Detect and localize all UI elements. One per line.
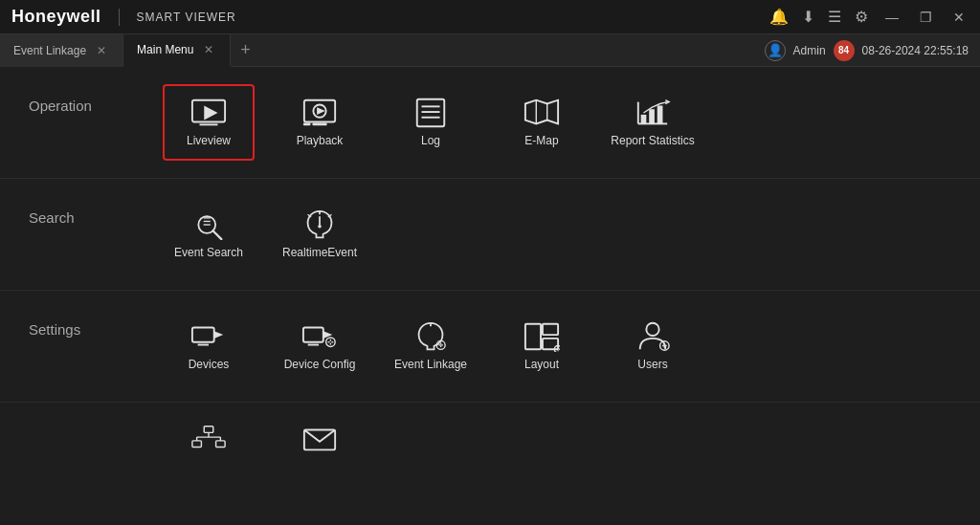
- notification-badge: 84: [834, 40, 855, 61]
- settings-icon[interactable]: ⚙: [855, 8, 868, 26]
- svg-rect-30: [198, 344, 209, 346]
- close-button[interactable]: ✕: [949, 8, 969, 27]
- emap-label: E-Map: [524, 134, 558, 147]
- menu-item-event-search[interactable]: Event Search: [163, 196, 255, 273]
- svg-rect-31: [303, 328, 323, 342]
- maximize-button[interactable]: ❐: [916, 8, 936, 27]
- playback-icon: [301, 98, 338, 128]
- tab-event-linkage-close[interactable]: ✕: [94, 43, 109, 58]
- section-operation-label: Operation: [29, 84, 163, 114]
- svg-point-53: [646, 323, 658, 336]
- svg-rect-16: [649, 109, 655, 123]
- section-settings-extra: [0, 403, 980, 468]
- svg-line-19: [212, 230, 221, 239]
- svg-rect-47: [543, 339, 558, 349]
- download-icon[interactable]: ⬇: [802, 8, 814, 26]
- device-config-icon: [301, 321, 338, 352]
- svg-point-34: [326, 338, 336, 347]
- logo-area: Honeywell SMART VIEWER: [11, 7, 236, 27]
- section-search-label: Search: [29, 196, 163, 226]
- device-config-label: Device Config: [284, 358, 356, 371]
- menu-item-event-linkage[interactable]: Event Linkage: [385, 308, 477, 384]
- event-linkage-icon: [412, 321, 449, 352]
- svg-marker-29: [214, 331, 224, 339]
- menu-item-realtime-event[interactable]: RealtimeEvent: [274, 196, 366, 273]
- menu-icon[interactable]: ☰: [828, 8, 841, 26]
- svg-marker-12: [525, 100, 558, 124]
- event-search-icon: [190, 209, 227, 240]
- svg-rect-61: [216, 441, 226, 448]
- search-items: Event Search RealtimeEvent: [163, 196, 366, 273]
- user-icon: 👤: [765, 40, 786, 61]
- liveview-label: Liveview: [187, 134, 231, 147]
- menu-item-devices[interactable]: Devices: [163, 308, 255, 384]
- logo-divider: [119, 9, 120, 26]
- report-statistics-icon: [635, 98, 671, 128]
- svg-point-25: [318, 225, 322, 229]
- event-search-label: Event Search: [174, 246, 243, 259]
- user-name: Admin: [793, 44, 826, 57]
- titlebar: Honeywell SMART VIEWER 🔔 ⬇ ☰ ⚙ — ❐ ✕: [0, 0, 980, 34]
- svg-marker-5: [317, 107, 325, 115]
- menu-item-device-config[interactable]: Device Config: [274, 308, 366, 384]
- report-statistics-label: Report Statistics: [611, 134, 694, 147]
- logo-text: Honeywell: [11, 7, 101, 27]
- emap-icon: [523, 98, 560, 128]
- users-label: Users: [637, 358, 667, 371]
- userbar: 👤 Admin 84 08-26-2024 22:55:18: [765, 40, 980, 61]
- menu-item-layout[interactable]: Layout: [496, 308, 588, 384]
- devices-label: Devices: [189, 358, 230, 371]
- svg-marker-1: [204, 105, 217, 120]
- settings-items: Devices Device Config: [163, 308, 699, 384]
- network-icon: [190, 424, 227, 454]
- svg-rect-28: [192, 328, 214, 342]
- menu-item-network[interactable]: [163, 420, 255, 464]
- menu-item-report-statistics[interactable]: Report Statistics: [607, 84, 699, 161]
- event-linkage-label: Event Linkage: [394, 358, 467, 371]
- section-settings: Settings Devices: [0, 291, 980, 403]
- datetime-display: 08-26-2024 22:55:18: [862, 44, 969, 57]
- svg-rect-60: [192, 441, 202, 448]
- menu-item-mail[interactable]: [274, 420, 366, 464]
- menu-item-users[interactable]: Users: [607, 308, 699, 384]
- menu-item-liveview[interactable]: Liveview: [163, 84, 255, 161]
- menu-item-emap[interactable]: E-Map: [496, 84, 588, 161]
- section-wrapper: Operation Liveview: [0, 67, 980, 525]
- mail-icon: [301, 424, 338, 454]
- playback-label: Playback: [297, 134, 344, 147]
- svg-rect-33: [308, 344, 319, 346]
- svg-rect-7: [312, 122, 326, 125]
- main-content: Operation Liveview: [0, 67, 980, 525]
- tab-event-linkage[interactable]: Event Linkage ✕: [0, 34, 123, 67]
- svg-rect-17: [657, 105, 663, 123]
- log-label: Log: [421, 134, 440, 147]
- tab-main-menu[interactable]: Main Menu ✕: [123, 34, 231, 67]
- log-icon: [412, 98, 449, 128]
- section-operation: Operation Liveview: [0, 67, 980, 179]
- menu-item-playback[interactable]: Playback: [274, 84, 366, 161]
- liveview-icon: [190, 98, 227, 128]
- app-title: SMART VIEWER: [137, 11, 236, 24]
- svg-rect-6: [303, 122, 311, 125]
- layout-label: Layout: [524, 358, 559, 371]
- layout-icon: [523, 321, 560, 352]
- svg-rect-59: [204, 427, 213, 433]
- section-settings-extra-label: [29, 420, 163, 433]
- operation-items: Liveview Playback: [163, 84, 699, 161]
- section-settings-label: Settings: [29, 308, 163, 338]
- realtime-event-icon: [301, 209, 338, 240]
- titlebar-right: 🔔 ⬇ ☰ ⚙ — ❐ ✕: [769, 8, 969, 27]
- tab-add-button[interactable]: +: [231, 34, 259, 67]
- svg-rect-2: [200, 123, 218, 125]
- svg-rect-45: [525, 324, 541, 350]
- devices-icon: [190, 321, 227, 352]
- tab-main-menu-label: Main Menu: [137, 43, 193, 56]
- tab-main-menu-close[interactable]: ✕: [201, 42, 216, 57]
- realtime-event-label: RealtimeEvent: [282, 246, 357, 259]
- svg-rect-15: [641, 115, 647, 123]
- bell-icon[interactable]: 🔔: [769, 8, 789, 26]
- tab-event-linkage-label: Event Linkage: [13, 44, 86, 57]
- tabsbar: Event Linkage ✕ Main Menu ✕ + 👤 Admin 84…: [0, 34, 980, 67]
- menu-item-log[interactable]: Log: [385, 84, 477, 161]
- minimize-button[interactable]: —: [881, 8, 902, 27]
